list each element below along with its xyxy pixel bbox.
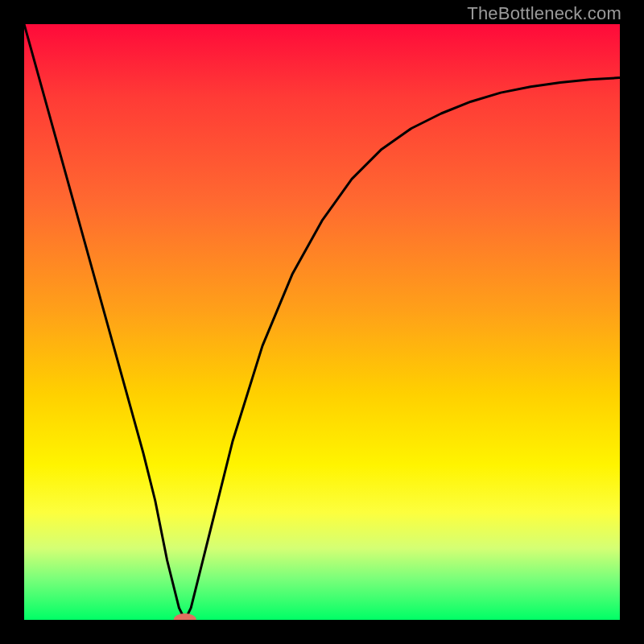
watermark-text: TheBottleneck.com	[467, 3, 621, 24]
minimum-marker	[174, 613, 196, 620]
chart-svg	[24, 24, 620, 620]
bottleneck-curve	[24, 24, 620, 620]
chart-frame: TheBottleneck.com	[0, 0, 644, 644]
plot-area	[24, 24, 620, 620]
